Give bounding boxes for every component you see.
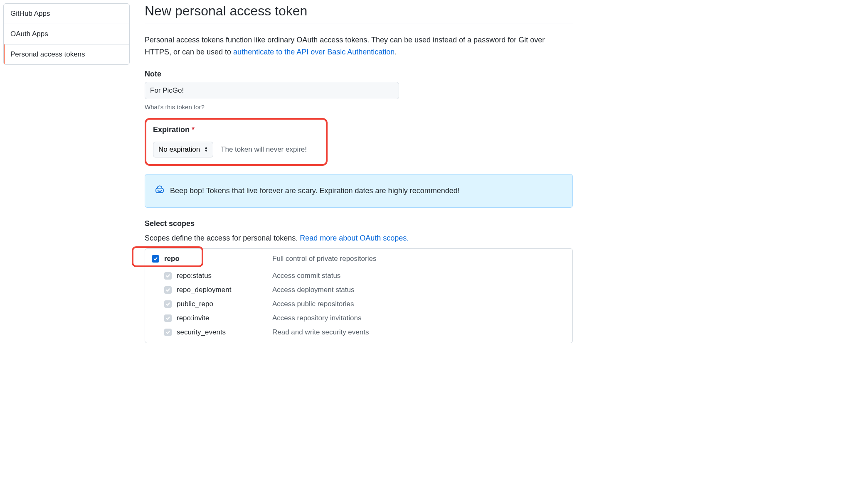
scope-name: repo:status: [177, 272, 212, 280]
warning-text: Beep bop! Tokens that live forever are s…: [170, 187, 460, 195]
scope-repo: repoFull control of private repositories: [145, 249, 572, 269]
expiration-select[interactable]: No expiration ▲▼: [153, 142, 213, 157]
sidebar-nav: GitHub AppsOAuth AppsPersonal access tok…: [3, 3, 130, 65]
expiration-block: Expiration * No expiration ▲▼ The token …: [145, 118, 328, 166]
scopes-title: Select scopes: [145, 219, 573, 228]
scope-desc: Full control of private repositories: [272, 255, 376, 263]
scopes-intro: Scopes define the access for personal to…: [145, 234, 573, 243]
intro-paragraph: Personal access tokens function like ord…: [145, 34, 573, 58]
sidebar-item-oauth-apps[interactable]: OAuth Apps: [4, 24, 129, 44]
intro-suffix: .: [395, 48, 397, 56]
expiration-label-text: Expiration: [153, 125, 190, 134]
scope-security_events: security_eventsRead and write security e…: [152, 325, 566, 339]
expiration-label: Expiration *: [153, 125, 319, 134]
scope-repo_deployment: repo_deploymentAccess deployment status: [152, 283, 566, 297]
updown-caret-icon: ▲▼: [204, 146, 208, 152]
svg-rect-0: [156, 188, 163, 192]
checkbox[interactable]: [164, 286, 172, 294]
page-title: New personal access token: [145, 3, 573, 24]
scope-desc: Read and write security events: [272, 328, 369, 336]
sidebar-item-github-apps[interactable]: GitHub Apps: [4, 4, 129, 24]
sidebar-item-label: Personal access tokens: [10, 50, 85, 58]
scopes-intro-text: Scopes define the access for personal to…: [145, 234, 300, 242]
scope-public_repo: public_repoAccess public repositories: [152, 297, 566, 311]
expiration-helper: The token will never expire!: [221, 145, 307, 154]
checkbox[interactable]: [164, 329, 172, 336]
sidebar-item-personal-access-tokens[interactable]: Personal access tokens: [4, 44, 129, 64]
scope-repo-status: repo:statusAccess commit status: [152, 269, 566, 283]
scope-desc: Access repository invitations: [272, 314, 361, 322]
note-hint: What's this token for?: [145, 103, 573, 111]
checkbox[interactable]: [152, 255, 159, 263]
scope-desc: Access deployment status: [272, 286, 354, 294]
required-mark: *: [192, 125, 195, 134]
scope-name: repo_deployment: [177, 286, 231, 294]
sidebar-item-label: OAuth Apps: [10, 30, 48, 38]
scope-repo-invite: repo:inviteAccess repository invitations: [152, 311, 566, 325]
scopes-box: repoFull control of private repositories…: [145, 248, 573, 343]
sidebar-item-label: GitHub Apps: [10, 10, 50, 17]
scope-name: security_events: [177, 328, 226, 336]
checkbox[interactable]: [164, 314, 172, 322]
note-input[interactable]: [145, 82, 399, 99]
settings-sidebar: GitHub AppsOAuth AppsPersonal access tok…: [3, 3, 130, 343]
note-label: Note: [145, 70, 573, 79]
scope-name: repo: [164, 255, 180, 263]
scope-desc: Access public repositories: [272, 300, 354, 308]
hubot-icon: [155, 185, 164, 196]
expiration-warning-banner: Beep bop! Tokens that live forever are s…: [145, 174, 573, 208]
scopes-docs-link[interactable]: Read more about OAuth scopes.: [300, 234, 409, 242]
expiration-row: No expiration ▲▼ The token will never ex…: [153, 142, 307, 157]
checkbox[interactable]: [164, 272, 172, 280]
scope-name: repo:invite: [177, 314, 209, 322]
intro-auth-link[interactable]: authenticate to the API over Basic Authe…: [233, 48, 395, 56]
scope-desc: Access commit status: [272, 272, 340, 280]
main-content: New personal access token Personal acces…: [145, 3, 573, 343]
scope-name: public_repo: [177, 300, 213, 308]
expiration-selected: No expiration: [158, 145, 200, 154]
checkbox[interactable]: [164, 300, 172, 308]
scope-children: repo:statusAccess commit statusrepo_depl…: [145, 269, 572, 343]
